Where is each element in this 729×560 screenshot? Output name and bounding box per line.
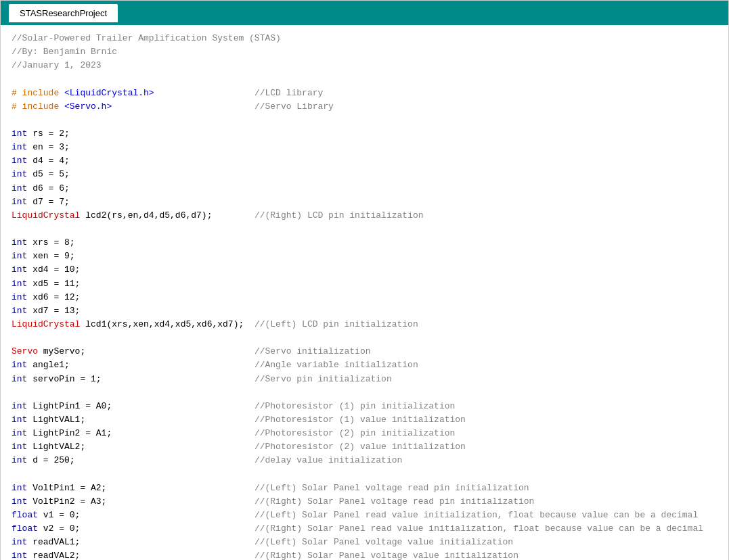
code-line: int readVAL1; //(Left) Solar Panel volta… [12,536,717,549]
project-tab[interactable]: STASResearchProject [9,4,118,22]
blank-line [12,114,717,127]
blank-line [12,72,717,86]
code-line: int servoPin = 1; //Servo pin initializa… [12,373,717,386]
code-line: //By: Benjamin Brnic [12,45,717,59]
code-line: int d5 = 5; [12,168,717,181]
blank-line [12,331,717,345]
code-line: LiquidCrystal lcd2(rs,en,d4,d5,d6,d7); /… [12,209,717,223]
code-line: int xrs = 8; [12,236,717,250]
code-line: int LightVAL2; //Photoresistor (2) value… [12,440,717,454]
code-line: int readVAL2; //(Right) Solar Panel volt… [12,549,717,560]
code-line: int xen = 9; [12,250,717,263]
blank-line [12,468,717,482]
code-line: //January 1, 2023 [12,59,717,72]
blank-line [12,386,717,400]
code-line: int LightVAL1; //Photoresistor (1) value… [12,413,717,427]
code-line: int d = 250; //delay value initializatio… [12,454,717,467]
code-line: int LightPin2 = A1; //Photoresistor (2) … [12,427,717,440]
code-line: LiquidCrystal lcd1(xrs,xen,xd4,xd5,xd6,x… [12,318,717,331]
main-window: STASResearchProject //Solar-Powered Trai… [0,0,729,560]
code-line: int en = 3; [12,141,717,154]
code-line: int d7 = 7; [12,195,717,209]
code-line: int d6 = 6; [12,182,717,195]
title-bar: STASResearchProject [1,1,728,25]
code-line: # include <LiquidCrystal.h> //LCD librar… [12,87,717,100]
code-line: int d4 = 4; [12,154,717,168]
code-line: //Solar-Powered Trailer Amplification Sy… [12,32,717,45]
code-line: int LightPin1 = A0; //Photoresistor (1) … [12,400,717,413]
code-line: float v1 = 0; //(Left) Solar Panel read … [12,509,717,522]
code-line: Servo myServo; //Servo initialization [12,345,717,358]
blank-line [12,223,717,236]
code-line: int VoltPin1 = A2; //(Left) Solar Panel … [12,482,717,495]
code-line: float v2 = 0; //(Right) Solar Panel read… [12,522,717,536]
code-line: int xd5 = 11; [12,277,717,291]
code-line: int VoltPin2 = A3; //(Right) Solar Panel… [12,495,717,509]
code-line: int xd7 = 13; [12,304,717,318]
code-line: int rs = 2; [12,127,717,141]
code-line: # include <Servo.h> //Servo Library [12,100,717,114]
code-line: int xd6 = 12; [12,291,717,304]
code-editor[interactable]: //Solar-Powered Trailer Amplification Sy… [1,25,728,560]
code-line: int xd4 = 10; [12,263,717,277]
code-line: int angle1; //Angle variable initializat… [12,358,717,372]
